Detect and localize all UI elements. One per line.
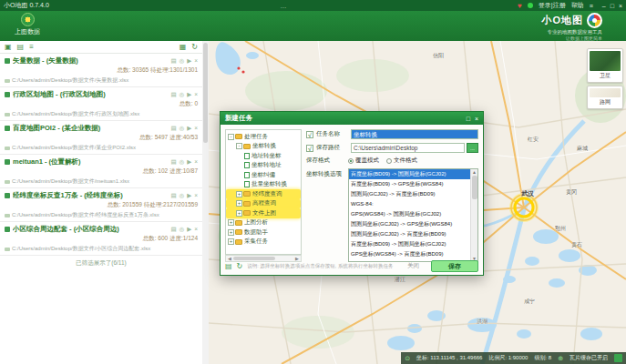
format-option-overwrite[interactable]: 覆盖模式	[348, 157, 379, 165]
task-item[interactable]: 矢量数据 - (矢量数据)▤◎▶×总数: 30365 待处理:1301/1301…	[0, 54, 202, 87]
dialog-close-button[interactable]: ×	[475, 116, 478, 122]
new-task-icon[interactable]: ▣	[5, 43, 12, 51]
task-name-input[interactable]: 坐标转换	[351, 129, 478, 139]
chart-icon[interactable]: ▤	[170, 158, 176, 166]
close-button[interactable]: ×	[619, 3, 622, 9]
convert-option[interactable]: GPS(WGS84) -> 国测局坐标(GCJ02)	[349, 209, 470, 219]
tree-item-label: 处理任务	[244, 133, 268, 141]
panel-scrollbar-thumb[interactable]	[203, 43, 208, 143]
tree-item-上图分析[interactable]: +上图分析	[226, 218, 301, 228]
tree-toggle-icon[interactable]: -	[228, 134, 234, 140]
task-panel: ▣▤≡▦↻ 矢量数据 - (矢量数据)▤◎▶×总数: 30365 待处理:130…	[0, 41, 202, 364]
convert-option[interactable]: 国测局(GCJ02) -> 百度坐标(BD09)	[349, 189, 470, 199]
task-item[interactable]: 行政区划地图 - (行政区划地图)▤◎▶×总数: 0C:/Users/admin…	[0, 87, 202, 121]
task-item[interactable]: 经纬度坐标反查1万条 - (经纬度坐标)▤◎▶×总数: 201559 待处理:2…	[0, 188, 202, 222]
task-type-tree[interactable]: -处理任务-坐标转换地址转坐标坐标转地址坐标纠偏批量坐标转换+经纬度查询+高程查…	[225, 129, 302, 255]
layer-card-路网[interactable]: 路网	[587, 86, 623, 109]
tree-item-采集任务[interactable]: +采集任务	[226, 238, 301, 248]
chart-icon[interactable]: ▤	[170, 125, 176, 132]
refresh-icon[interactable]: ↻	[191, 43, 198, 51]
tree-item-地址转坐标[interactable]: 地址转坐标	[226, 151, 301, 161]
list-view-icon[interactable]: ≡	[29, 43, 34, 51]
save-path-input[interactable]: C:\Users\admin\Desktop	[351, 143, 465, 153]
tree-item-文件上图[interactable]: +文件上图	[226, 208, 301, 218]
chart-icon[interactable]: ▤	[170, 192, 176, 199]
delete-icon[interactable]: ×	[194, 226, 198, 233]
chart-icon[interactable]: ▤	[170, 91, 176, 98]
favorite-heart-icon[interactable]: ♥	[518, 2, 522, 10]
start-icon[interactable]: ▶	[187, 192, 191, 199]
convert-option[interactable]: 国测局坐标(GCJ02) -> 百度坐标(BD09)	[349, 229, 470, 239]
locate-icon[interactable]: ◎	[180, 226, 185, 233]
tree-toggle-icon[interactable]: +	[228, 219, 234, 226]
scroll-up-icon[interactable]: ▲	[471, 169, 477, 175]
chart-icon[interactable]: ▤	[170, 226, 176, 233]
menu-icon[interactable]: ≡	[590, 3, 593, 9]
task-name-checkbox[interactable]: √	[306, 131, 313, 138]
tree-item-处理任务[interactable]: -处理任务	[226, 132, 301, 142]
tree-item-坐标转换[interactable]: -坐标转换	[226, 142, 301, 152]
tree-item-高程查询[interactable]: +高程查询	[226, 199, 301, 209]
tree-item-坐标纠偏[interactable]: 坐标纠偏	[226, 170, 301, 180]
tree-toggle-icon[interactable]: +	[236, 191, 242, 197]
start-icon[interactable]: ▶	[187, 125, 191, 132]
ribbon-tool-map-data[interactable]: 上图数据	[7, 12, 47, 36]
start-icon[interactable]: ▶	[187, 91, 191, 98]
task-actions: ▤◎▶×	[170, 192, 198, 199]
delete-icon[interactable]: ×	[194, 57, 198, 65]
login-register-link[interactable]: 登录|注册	[539, 1, 566, 10]
tree-item-坐标转地址[interactable]: 坐标转地址	[226, 161, 301, 171]
task-item[interactable]: 小区综合周边配套 - (小区综合周边)▤◎▶×总数: 600 进度:1/124C…	[0, 222, 202, 256]
locate-icon[interactable]: ◎	[180, 158, 185, 166]
start-icon[interactable]: ▶	[187, 158, 191, 166]
locate-icon[interactable]: ◎	[180, 192, 185, 199]
tree-toggle-icon[interactable]: +	[228, 229, 234, 236]
field-list-icon[interactable]: ▤	[225, 262, 232, 270]
tree-item-数据助手[interactable]: +数据助手	[226, 228, 301, 238]
minimize-button[interactable]: –	[602, 3, 606, 9]
convert-option[interactable]: 百度坐标(BD09) -> 国测局坐标(GCJ02)	[349, 239, 470, 249]
status-chip-button[interactable]	[614, 354, 622, 362]
delete-icon[interactable]: ×	[194, 158, 198, 166]
tree-toggle-icon[interactable]: -	[236, 143, 242, 149]
convert-option[interactable]: WGS-84:	[349, 199, 470, 209]
filter-icon[interactable]: ▦	[180, 43, 187, 51]
dialog-titlebar[interactable]: 新建任务 □ ×	[221, 112, 483, 125]
convert-options-listbox[interactable]: 百度坐标(BD09) -> 国测局坐标(GCJ02)百度坐标(BD09) -> …	[348, 168, 478, 262]
convert-option[interactable]: 国测局坐标(GCJ02) -> GPS坐标(WGS84)	[349, 219, 470, 229]
delete-icon[interactable]: ×	[194, 192, 198, 199]
chart-icon[interactable]: ▤	[170, 57, 176, 65]
tree-item-批量坐标转换[interactable]: 批量坐标转换	[226, 180, 301, 190]
save-path-checkbox[interactable]: √	[306, 145, 313, 152]
start-icon[interactable]: ▶	[187, 226, 191, 233]
task-item[interactable]: meituan1 - (位置解析)▤◎▶×总数: 102 进度:10/87C:/…	[0, 155, 202, 188]
browse-folder-button[interactable]: ...	[467, 143, 478, 153]
save-button[interactable]: 保存	[431, 260, 478, 272]
tree-toggle-icon[interactable]: +	[228, 238, 234, 245]
delete-icon[interactable]: ×	[194, 125, 198, 132]
locate-icon[interactable]: ◎	[180, 125, 185, 132]
delete-icon[interactable]: ×	[194, 91, 198, 98]
convert-option[interactable]: GPS坐标(WGS84) -> 百度坐标(BD09)	[349, 249, 470, 259]
listbox-scrollbar-thumb[interactable]	[472, 176, 477, 199]
locate-icon[interactable]: ◎	[180, 57, 185, 65]
tree-item-经纬度查询[interactable]: +经纬度查询	[226, 189, 301, 199]
tree-toggle-icon[interactable]: +	[236, 210, 242, 217]
task-item[interactable]: 百度地图POI2 - (某企业数据)▤◎▶×总数: 5497 进度:40/53C…	[0, 121, 202, 155]
tree-toggle-icon[interactable]: +	[236, 200, 242, 207]
dialog-maximize-button[interactable]: □	[467, 116, 470, 122]
convert-option[interactable]: 百度坐标(BD09) -> GPS坐标(WGS84)	[349, 179, 470, 189]
convert-option[interactable]: 百度坐标(BD09) -> 国测局坐标(GCJ02)	[349, 169, 470, 179]
panel-scrollbar[interactable]	[202, 41, 209, 364]
help-menu[interactable]: 帮助	[571, 1, 584, 10]
dialog-close-label[interactable]: 关闭	[407, 262, 419, 270]
locate-icon[interactable]: ◎	[180, 91, 185, 98]
start-icon[interactable]: ▶	[187, 57, 191, 65]
listbox-scrollbar[interactable]: ▲ ▼	[470, 169, 477, 261]
reset-icon[interactable]: ↻	[237, 262, 243, 270]
import-icon[interactable]: ▤	[17, 43, 25, 51]
task-stats: 总数: 5497 进度:40/53	[5, 134, 198, 142]
maximize-button[interactable]: □	[611, 3, 614, 9]
layer-card-卫星[interactable]: 卫星	[587, 48, 623, 83]
format-option-file[interactable]: 文件格式	[386, 157, 417, 165]
